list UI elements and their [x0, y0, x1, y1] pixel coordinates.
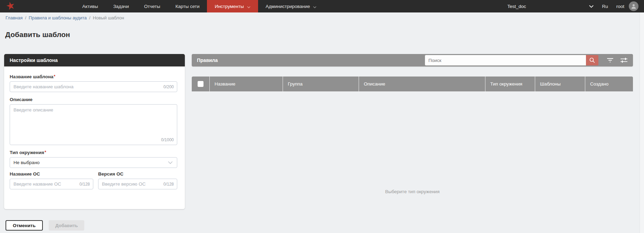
rules-table-header: Название Группа Описание Тип окружения Ш… [192, 77, 633, 91]
app-logo[interactable] [5, 0, 17, 12]
template-name-input[interactable] [10, 81, 177, 92]
person-icon [631, 3, 637, 9]
column-header-group[interactable]: Группа [283, 77, 359, 91]
menu-item-administration[interactable]: Администрирование [258, 0, 324, 12]
username-label[interactable]: root [616, 4, 624, 9]
rules-empty-message: Выберите тип окружения [192, 189, 633, 194]
menu-item-assets[interactable]: Активы [75, 0, 106, 12]
form-buttons: Отменить Добавить [6, 220, 84, 231]
description-textarea[interactable] [10, 104, 177, 145]
rules-panel-title: Правила [197, 57, 218, 63]
os-name-field-wrap: 0/128 [10, 179, 93, 189]
os-version-field-wrap: 0/128 [98, 179, 177, 189]
menu-item-label: Инструменты [215, 4, 244, 9]
template-settings-panel: Настройки шаблона Название шаблона* 0/20… [4, 54, 185, 209]
top-navbar: Активы Задачи Отчеты Карты сети Инструме… [0, 0, 644, 12]
menu-item-tools[interactable]: Инструменты [207, 0, 258, 12]
menu-item-label: Отчеты [144, 4, 160, 9]
cancel-button[interactable]: Отменить [6, 220, 43, 231]
document-selector[interactable]: Test_doc [507, 4, 594, 9]
os-version-column: Версия ОС 0/128 [98, 168, 177, 189]
breadcrumb-separator: / [25, 15, 26, 20]
breadcrumb-current: Новый шаблон [93, 15, 124, 20]
search-button[interactable] [586, 55, 598, 65]
page-title: Добавить шаблон [5, 30, 70, 39]
os-version-input[interactable] [98, 179, 177, 189]
os-name-label: Название ОС [10, 171, 93, 177]
breadcrumb: Главная/Правила и шаблоны аудита/Новый ш… [6, 15, 124, 20]
star-logo-icon [4, 0, 17, 12]
language-switcher[interactable]: Ru [602, 4, 608, 9]
chevron-down-icon [247, 4, 250, 9]
settings-panel-body: Название шаблона* 0/200 Описание 0/1000 … [4, 66, 185, 189]
chevron-down-icon [313, 4, 316, 9]
menu-item-label: Активы [82, 4, 98, 9]
os-name-input[interactable] [10, 179, 93, 189]
required-asterisk: * [45, 150, 46, 155]
rules-panel-header: Правила [192, 54, 633, 66]
environment-type-label: Тип окружения* [10, 150, 177, 155]
menu-item-label: Администрирование [266, 4, 310, 9]
breadcrumb-link-home[interactable]: Главная [6, 15, 22, 20]
column-header-environment-type[interactable]: Тип окружения [485, 77, 535, 91]
column-header-name[interactable]: Название [209, 77, 283, 91]
add-button[interactable]: Добавить [49, 220, 84, 231]
menu-item-reports[interactable]: Отчеты [136, 0, 168, 12]
description-field-wrap: 0/1000 [10, 104, 177, 145]
column-header-templates[interactable]: Шаблоны [535, 77, 585, 91]
os-fields-row: Название ОС 0/128 Версия ОС 0/128 [10, 168, 177, 189]
filter-button[interactable] [606, 56, 614, 64]
menu-item-label: Карты сети [176, 4, 200, 9]
select-all-cell [192, 77, 209, 91]
template-name-label: Название шаблона* [10, 74, 177, 79]
description-label: Описание [10, 97, 177, 102]
settings-panel-header: Настройки шаблона [4, 54, 185, 66]
column-header-description[interactable]: Описание [359, 77, 485, 91]
breadcrumb-link-audit-rules[interactable]: Правила и шаблоны аудита [29, 15, 87, 20]
navbar-right-group: Test_doc Ru root [507, 0, 644, 12]
settings-panel-title: Настройки шаблона [10, 57, 58, 63]
filter-icon [607, 57, 614, 63]
menu-item-label: Задачи [113, 4, 129, 9]
column-header-created[interactable]: Создано [585, 77, 633, 91]
search-input[interactable] [425, 55, 586, 65]
select-all-checkbox[interactable] [198, 81, 203, 87]
template-name-field-wrap: 0/200 [10, 81, 177, 92]
document-selector-value: Test_doc [507, 4, 526, 9]
sliders-icon [620, 57, 628, 63]
environment-type-select[interactable]: Не выбрано [10, 157, 177, 168]
chevron-down-icon [589, 4, 594, 9]
view-options-button[interactable] [620, 56, 628, 64]
breadcrumb-separator: / [89, 15, 91, 20]
os-version-label: Версия ОС [98, 171, 177, 177]
search-icon [589, 57, 595, 63]
vertical-scrollbar[interactable] [640, 12, 644, 233]
main-menu: Активы Задачи Отчеты Карты сети Инструме… [75, 0, 324, 12]
search-group [425, 55, 598, 65]
menu-item-tasks[interactable]: Задачи [106, 0, 136, 12]
menu-item-network-maps[interactable]: Карты сети [168, 0, 207, 12]
user-avatar[interactable] [629, 1, 638, 11]
chevron-down-icon [168, 160, 173, 165]
environment-type-value: Не выбрано [13, 160, 40, 165]
application-window: Активы Задачи Отчеты Карты сети Инструме… [0, 0, 644, 233]
required-asterisk: * [54, 74, 56, 79]
os-name-column: Название ОС 0/128 [10, 168, 93, 189]
